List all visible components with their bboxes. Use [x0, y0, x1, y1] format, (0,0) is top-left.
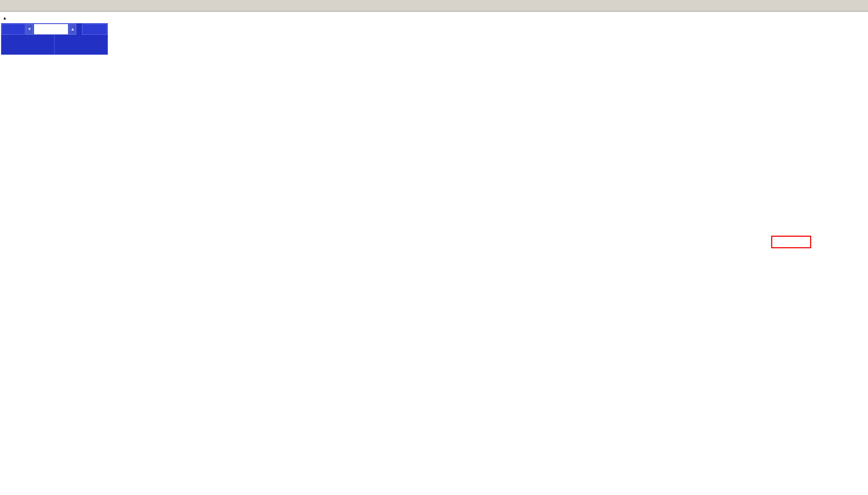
volume-increase-button[interactable]: ▲	[69, 24, 76, 35]
buy-button[interactable]	[82, 24, 107, 35]
price-chart	[0, 0, 868, 495]
macd-indicator-label	[2, 308, 7, 314]
chart-ohlc-header: ▲	[3, 14, 22, 21]
buy-price-display[interactable]	[55, 35, 107, 54]
volume-input[interactable]	[34, 24, 68, 35]
mt4-window: ▲ ▼ ▲	[0, 0, 868, 495]
one-click-trading-panel: ▼ ▲	[1, 23, 108, 55]
sell-button[interactable]	[2, 24, 25, 35]
rsi-indicator-label	[2, 397, 5, 403]
volume-decrease-button[interactable]: ▼	[26, 24, 33, 35]
window-triangle-icon: ▲	[3, 16, 7, 21]
sell-price-display[interactable]	[2, 35, 54, 54]
main-toolbar	[0, 0, 868, 12]
price-annotation-label[interactable]	[771, 236, 811, 248]
